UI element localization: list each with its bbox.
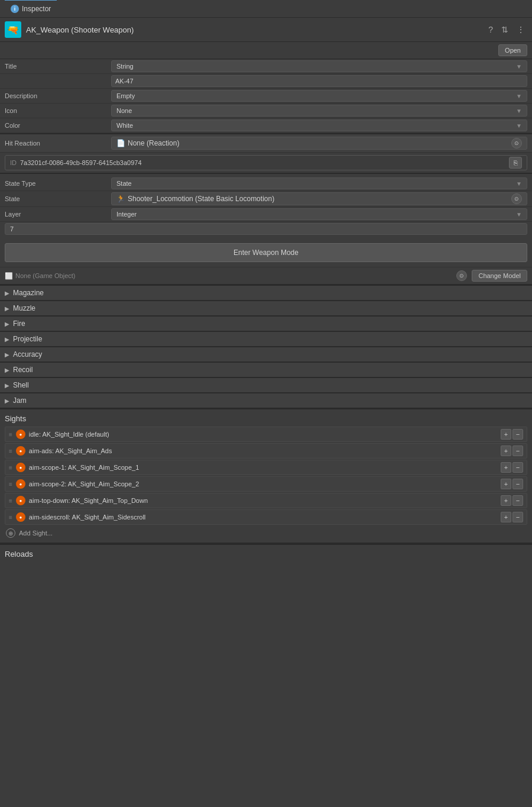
hit-reaction-label: Hit Reaction bbox=[5, 140, 111, 147]
sight-remove-button[interactable]: − bbox=[512, 512, 523, 522]
state-label: State bbox=[5, 195, 111, 202]
more-button[interactable]: ⋮ bbox=[514, 24, 527, 35]
state-value-row: 🏃 Shooter_Locomotion (State Basic Locomo… bbox=[111, 192, 527, 205]
drag-handle[interactable]: ≡ bbox=[9, 431, 12, 438]
layer-arrow: ▼ bbox=[516, 211, 522, 218]
inspector-content: Title String ▼ AK-47 Description Empty ▼… bbox=[0, 59, 532, 563]
section-accuracy[interactable]: ▶ Accuracy bbox=[0, 347, 532, 362]
color-arrow: ▼ bbox=[516, 122, 522, 129]
hit-reaction-text: None (Reaction) bbox=[128, 139, 179, 147]
icon-dropdown-inner[interactable]: None ▼ bbox=[111, 105, 527, 117]
sight-remove-button[interactable]: − bbox=[512, 462, 523, 473]
sight-remove-button[interactable]: − bbox=[512, 479, 523, 489]
icon-label: Icon bbox=[5, 107, 111, 114]
sight-item: ≡ ● aim-ads: AK_Sight_Aim_Ads + − bbox=[5, 443, 527, 459]
sight-item: ≡ ● aim-scope-2: AK_Sight_Aim_Scope_2 + … bbox=[5, 476, 527, 492]
game-object-label: ⬜ None (Game Object) bbox=[5, 272, 452, 280]
drag-handle[interactable]: ≡ bbox=[9, 514, 12, 521]
sight-label: idle: AK_Sight_Idle (default) bbox=[29, 431, 497, 438]
section-shell[interactable]: ▶ Shell bbox=[0, 377, 532, 393]
section-projectile[interactable]: ▶ Projectile bbox=[0, 331, 532, 347]
color-dropdown[interactable]: White ▼ bbox=[111, 120, 527, 131]
section-label: Fire bbox=[13, 319, 25, 328]
sections-container: ▶ Magazine ▶ Muzzle ▶ Fire ▶ Projectile … bbox=[0, 285, 532, 408]
sights-title: Sights bbox=[5, 414, 527, 423]
sight-remove-button[interactable]: − bbox=[512, 495, 523, 506]
active-tab[interactable]: i Inspector bbox=[5, 0, 57, 17]
runner-icon: 🏃 bbox=[116, 195, 125, 203]
drag-handle[interactable]: ≡ bbox=[9, 498, 12, 504]
sight-add-button[interactable]: + bbox=[501, 429, 511, 440]
open-button[interactable]: Open bbox=[498, 44, 527, 56]
sight-actions: + − bbox=[501, 446, 523, 456]
triangle-icon: ▶ bbox=[5, 336, 9, 343]
settings-button[interactable]: ⇅ bbox=[499, 24, 511, 35]
title-text-value[interactable]: AK-47 bbox=[111, 75, 527, 87]
state-type-dropdown[interactable]: State ▼ bbox=[111, 177, 527, 189]
sight-icon: ● bbox=[16, 430, 25, 439]
state-type-label: State Type bbox=[5, 180, 111, 187]
state-type-arrow: ▼ bbox=[516, 180, 522, 187]
section-label: Recoil bbox=[13, 366, 33, 374]
sight-icon: ● bbox=[16, 463, 25, 472]
sight-remove-button[interactable]: − bbox=[512, 429, 523, 440]
section-recoil[interactable]: ▶ Recoil bbox=[0, 362, 532, 377]
drag-handle[interactable]: ≡ bbox=[9, 464, 12, 471]
sight-add-button[interactable]: + bbox=[501, 512, 511, 522]
enter-weapon-mode-button[interactable]: Enter Weapon Mode bbox=[5, 243, 527, 262]
sight-item: ≡ ● idle: AK_Sight_Idle (default) + − bbox=[5, 427, 527, 442]
icon-dropdown[interactable]: None ▼ bbox=[111, 105, 527, 117]
sight-add-button[interactable]: + bbox=[501, 495, 511, 506]
section-fire[interactable]: ▶ Fire bbox=[0, 316, 532, 331]
drag-handle[interactable]: ≡ bbox=[9, 481, 12, 488]
color-dropdown-inner[interactable]: White ▼ bbox=[111, 120, 527, 131]
sight-add-button[interactable]: + bbox=[501, 479, 511, 489]
sight-remove-button[interactable]: − bbox=[512, 446, 523, 456]
section-label: Magazine bbox=[13, 289, 44, 297]
sight-actions: + − bbox=[501, 512, 523, 522]
help-button[interactable]: ? bbox=[486, 24, 495, 35]
description-dropdown[interactable]: Empty ▼ bbox=[111, 90, 527, 102]
game-object-picker[interactable]: ⊙ bbox=[456, 270, 467, 281]
copy-id-button[interactable]: ⎘ bbox=[509, 157, 522, 169]
state-type-dropdown-inner[interactable]: State ▼ bbox=[111, 177, 527, 189]
state-picker[interactable]: ⊙ bbox=[511, 193, 522, 204]
section-magazine[interactable]: ▶ Magazine bbox=[0, 285, 532, 301]
sight-actions: + − bbox=[501, 462, 523, 473]
title-dropdown[interactable]: String ▼ bbox=[111, 60, 527, 72]
change-model-button[interactable]: Change Model bbox=[472, 270, 527, 282]
triangle-icon: ▶ bbox=[5, 382, 9, 389]
description-dropdown-inner[interactable]: Empty ▼ bbox=[111, 90, 527, 102]
sight-add-button[interactable]: + bbox=[501, 446, 511, 456]
section-label: Muzzle bbox=[13, 304, 35, 312]
drag-handle[interactable]: ≡ bbox=[9, 448, 12, 454]
sight-icon: ● bbox=[16, 496, 25, 505]
weapon-icon: 🔫 bbox=[5, 21, 21, 38]
description-field-row: Description Empty ▼ bbox=[0, 89, 532, 104]
section-jam[interactable]: ▶ Jam bbox=[0, 393, 532, 408]
sight-item: ≡ ● aim-scope-1: AK_Sight_Aim_Scope_1 + … bbox=[5, 460, 527, 475]
hit-reaction-picker[interactable]: ⊙ bbox=[511, 138, 522, 149]
state-value-container: 🏃 Shooter_Locomotion (State Basic Locomo… bbox=[111, 192, 527, 205]
sights-list: ≡ ● idle: AK_Sight_Idle (default) + − ≡ … bbox=[5, 427, 527, 525]
title-label: Title bbox=[5, 63, 111, 70]
inspector-tab: i Inspector bbox=[0, 0, 532, 18]
add-sight-row[interactable]: ⊕ Add Sight... bbox=[5, 526, 527, 540]
state-section: State Type State ▼ State 🏃 Shooter_Locom… bbox=[0, 173, 532, 238]
section-muzzle[interactable]: ▶ Muzzle bbox=[0, 301, 532, 316]
title-field-row: Title String ▼ bbox=[0, 59, 532, 74]
sight-actions: + − bbox=[501, 479, 523, 489]
layer-dropdown[interactable]: Integer ▼ bbox=[111, 208, 527, 220]
header-actions: ? ⇅ ⋮ bbox=[486, 24, 527, 35]
sight-label: aim-scope-1: AK_Sight_Aim_Scope_1 bbox=[29, 464, 497, 471]
title-type-dropdown[interactable]: String ▼ bbox=[111, 60, 527, 72]
layer-number-value: 7 bbox=[5, 223, 527, 235]
sight-add-button[interactable]: + bbox=[501, 462, 511, 473]
section-label: Accuracy bbox=[13, 350, 42, 359]
sight-actions: + − bbox=[501, 429, 523, 440]
layer-type-dropdown[interactable]: Integer ▼ bbox=[111, 208, 527, 220]
sight-actions: + − bbox=[501, 495, 523, 506]
sight-label: aim-scope-2: AK_Sight_Aim_Scope_2 bbox=[29, 480, 497, 488]
document-icon: 📄 bbox=[116, 139, 125, 147]
triangle-icon: ▶ bbox=[5, 367, 9, 373]
